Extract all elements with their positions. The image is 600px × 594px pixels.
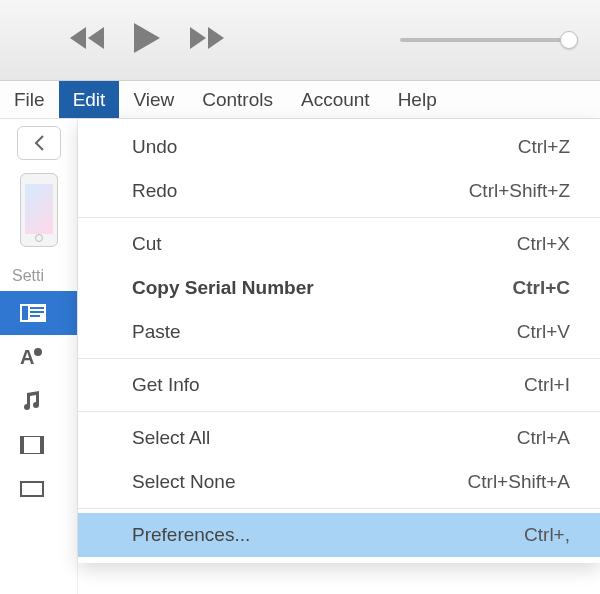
settings-heading: Setti xyxy=(0,259,77,291)
chevron-left-icon xyxy=(32,134,46,152)
svg-marker-2 xyxy=(134,23,160,53)
menuitem-paste[interactable]: Paste Ctrl+V xyxy=(78,310,600,354)
menu-file[interactable]: File xyxy=(0,81,59,118)
menuitem-label: Select None xyxy=(132,471,236,493)
svg-text:A: A xyxy=(20,346,34,368)
menuitem-shortcut: Ctrl+X xyxy=(517,233,570,255)
menuitem-label: Get Info xyxy=(132,374,200,396)
menuitem-shortcut: Ctrl+C xyxy=(512,277,570,299)
volume-slider[interactable] xyxy=(400,38,570,42)
menu-separator xyxy=(78,217,600,218)
menuitem-label: Copy Serial Number xyxy=(132,277,314,299)
menu-separator xyxy=(78,358,600,359)
sidebar: Setti A xyxy=(0,119,78,594)
svg-rect-6 xyxy=(22,306,28,320)
next-track-icon[interactable] xyxy=(190,27,224,53)
menuitem-redo[interactable]: Redo Ctrl+Shift+Z xyxy=(78,169,600,213)
menuitem-select-all[interactable]: Select All Ctrl+A xyxy=(78,416,600,460)
menuitem-shortcut: Ctrl+, xyxy=(524,524,570,546)
menuitem-cut[interactable]: Cut Ctrl+X xyxy=(78,222,600,266)
svg-rect-15 xyxy=(21,482,43,496)
menu-edit[interactable]: Edit xyxy=(59,81,120,118)
summary-icon xyxy=(20,304,46,322)
menu-help[interactable]: Help xyxy=(384,81,451,118)
svg-marker-1 xyxy=(88,27,104,49)
movies-icon xyxy=(20,436,44,454)
menuitem-shortcut: Ctrl+I xyxy=(524,374,570,396)
sidebar-item-music[interactable] xyxy=(0,379,77,423)
menuitem-select-none[interactable]: Select None Ctrl+Shift+A xyxy=(78,460,600,504)
svg-marker-3 xyxy=(190,27,206,49)
svg-rect-9 xyxy=(30,315,40,317)
back-button[interactable] xyxy=(17,126,61,160)
svg-marker-0 xyxy=(70,27,86,49)
tv-icon xyxy=(20,481,44,497)
menubar: File Edit View Controls Account Help xyxy=(0,81,600,119)
menuitem-undo[interactable]: Undo Ctrl+Z xyxy=(78,125,600,169)
menuitem-label: Redo xyxy=(132,180,177,202)
svg-rect-14 xyxy=(40,436,44,454)
menuitem-copy-serial[interactable]: Copy Serial Number Ctrl+C xyxy=(78,266,600,310)
sidebar-item-movies[interactable] xyxy=(0,423,77,467)
svg-marker-4 xyxy=(208,27,224,49)
svg-rect-7 xyxy=(30,307,44,309)
menuitem-shortcut: Ctrl+V xyxy=(517,321,570,343)
menu-account[interactable]: Account xyxy=(287,81,384,118)
device-thumbnail[interactable] xyxy=(20,173,58,247)
menu-separator xyxy=(78,411,600,412)
menuitem-label: Preferences... xyxy=(132,524,250,546)
menuitem-label: Undo xyxy=(132,136,177,158)
prev-track-icon[interactable] xyxy=(70,27,104,53)
menuitem-label: Cut xyxy=(132,233,162,255)
play-icon[interactable] xyxy=(134,23,160,57)
menuitem-label: Paste xyxy=(132,321,181,343)
menuitem-label: Select All xyxy=(132,427,210,449)
menuitem-shortcut: Ctrl+Z xyxy=(518,136,570,158)
svg-rect-13 xyxy=(20,436,24,454)
sidebar-item-apps[interactable]: A xyxy=(0,335,77,379)
sidebar-item-summary[interactable] xyxy=(0,291,77,335)
volume-thumb[interactable] xyxy=(560,31,578,49)
menuitem-preferences[interactable]: Preferences... Ctrl+, xyxy=(78,513,600,557)
menuitem-shortcut: Ctrl+Shift+A xyxy=(468,471,570,493)
play-controls xyxy=(70,23,224,57)
edit-dropdown: Undo Ctrl+Z Redo Ctrl+Shift+Z Cut Ctrl+X… xyxy=(78,119,600,563)
menu-controls[interactable]: Controls xyxy=(188,81,287,118)
menu-separator xyxy=(78,508,600,509)
menuitem-shortcut: Ctrl+Shift+Z xyxy=(469,180,570,202)
apps-icon: A xyxy=(20,346,44,368)
music-icon xyxy=(20,390,42,412)
svg-point-11 xyxy=(34,348,42,356)
playback-toolbar xyxy=(0,0,600,81)
menu-view[interactable]: View xyxy=(119,81,188,118)
menuitem-get-info[interactable]: Get Info Ctrl+I xyxy=(78,363,600,407)
menuitem-shortcut: Ctrl+A xyxy=(517,427,570,449)
svg-rect-8 xyxy=(30,311,44,313)
sidebar-item-tv[interactable] xyxy=(0,467,77,511)
